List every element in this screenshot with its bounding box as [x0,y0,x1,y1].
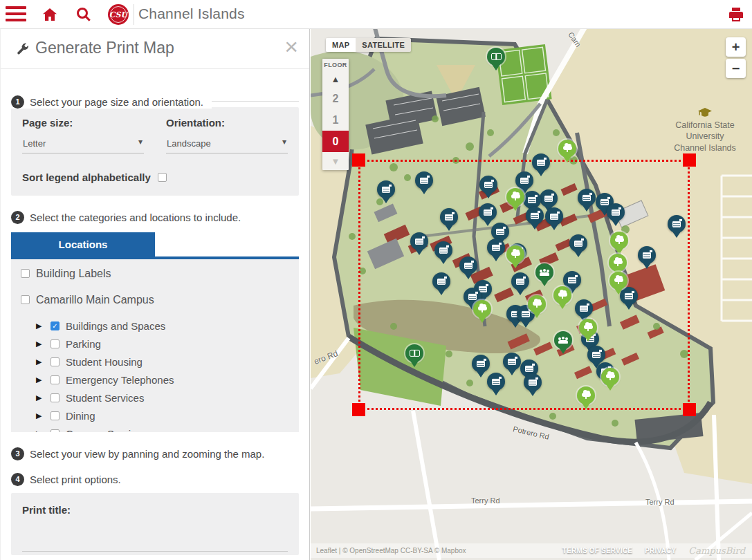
building-marker[interactable] [479,203,497,221]
csu-logo[interactable]: CSU [108,4,129,25]
close-icon[interactable]: × [284,35,298,58]
expand-arrow-icon[interactable]: ▶ [36,321,44,330]
tree-icon [614,278,623,282]
tree-marker[interactable] [579,319,597,337]
tree-marker[interactable] [558,140,576,158]
building-marker[interactable] [569,234,587,252]
expand-arrow-icon[interactable]: ▶ [36,393,44,402]
selection-handle[interactable] [352,403,365,416]
building-marker[interactable] [587,346,605,364]
building-marker[interactable] [575,299,593,317]
building-marker[interactable] [607,203,625,221]
map-canvas[interactable]: Cam ero Rd Potrero Rd Terry Rd Terry Rd … [311,29,752,560]
print-icon[interactable] [728,6,744,23]
tree-icon [615,238,624,242]
building-icon [382,186,390,192]
building-marker[interactable] [526,207,544,225]
checkbox[interactable] [51,393,59,402]
tree-marker[interactable] [610,232,628,250]
tree-marker[interactable] [609,272,627,290]
building-icon [492,378,500,384]
sports-field-marker[interactable] [487,48,505,66]
menu-icon[interactable] [6,6,26,23]
building-marker[interactable] [410,232,428,250]
tree-marker[interactable] [553,286,571,304]
building-marker[interactable] [440,208,458,226]
building-marker[interactable] [545,207,563,225]
checkbox[interactable] [51,429,59,432]
tab-map[interactable]: MAP [326,38,356,52]
building-marker[interactable] [472,355,490,373]
floor-level-2[interactable]: 2 [322,88,349,109]
building-marker[interactable] [479,176,497,194]
floor-level-0[interactable]: 0 [322,131,349,152]
step1-section: 1 Select your page size and orientation.… [11,101,299,196]
building-marker[interactable] [523,191,541,209]
tab-locations[interactable]: Locations [11,232,155,256]
tree-marker[interactable] [609,254,627,272]
tree-icon [584,325,593,329]
selection-handle[interactable] [683,403,696,416]
building-marker[interactable] [491,223,509,241]
building-marker[interactable] [415,171,433,189]
building-marker[interactable] [532,153,550,171]
page-size-select[interactable]: Letter ▾ [22,137,144,153]
building-marker[interactable] [432,272,450,290]
building-marker[interactable] [459,256,477,274]
building-marker[interactable] [487,373,505,391]
floor-up-icon[interactable]: ▲ [322,70,349,88]
building-marker[interactable] [503,353,521,371]
expand-arrow-icon[interactable]: ▶ [36,357,44,366]
building-marker[interactable] [578,189,596,207]
page-size-label: Page size: [22,117,144,129]
checkbox[interactable] [51,357,59,366]
checkbox[interactable]: ✓ [51,321,59,330]
terms-of-service-link[interactable]: TERMS OF SERVICE [562,547,632,554]
road-label: Terry Rd [471,496,500,505]
checkbox[interactable] [51,339,59,348]
building-marker[interactable] [540,189,558,207]
building-marker[interactable] [515,171,533,189]
people-marker[interactable] [554,331,572,349]
expand-arrow-icon[interactable]: ▶ [36,411,44,420]
tree-marker[interactable] [577,386,595,404]
print-title-input[interactable] [22,536,288,552]
expand-arrow-icon[interactable]: ▶ [36,375,44,384]
building-marker[interactable] [511,272,529,290]
privacy-link[interactable]: PRIVACY [645,547,676,554]
sort-legend-checkbox[interactable] [158,173,167,182]
people-marker[interactable] [535,263,553,281]
sports-field-marker[interactable] [405,344,423,362]
zoom-in-button[interactable]: + [726,37,746,57]
floor-level-1[interactable]: 1 [322,109,349,131]
building-marker[interactable] [487,239,505,256]
checkbox[interactable] [21,269,30,278]
step4-badge: 4 [11,473,24,486]
tree-marker[interactable] [506,188,524,206]
building-icon [612,209,620,215]
tree-marker[interactable] [473,300,491,318]
tab-satellite[interactable]: SATELLITE [356,38,411,52]
expand-arrow-icon[interactable]: ▶ [36,339,44,348]
tree-marker[interactable] [601,368,619,386]
tree-marker[interactable] [528,295,546,313]
orientation-select[interactable]: Landscape ▾ [166,137,288,153]
building-marker[interactable] [377,180,395,198]
building-marker[interactable] [524,373,542,391]
step1-badge: 1 [11,95,24,109]
zoom-out-button[interactable]: − [726,59,746,78]
building-marker[interactable] [638,246,656,264]
selection-handle[interactable] [683,153,696,167]
selection-handle[interactable] [352,153,365,167]
checkbox[interactable] [21,295,30,304]
building-icon [528,196,536,203]
building-marker[interactable] [434,241,452,259]
home-icon[interactable] [42,6,58,23]
floor-down-icon[interactable]: ▼ [322,152,349,170]
tree-marker[interactable] [506,245,524,263]
expand-arrow-icon[interactable]: ▶ [36,429,44,432]
building-marker[interactable] [668,215,686,233]
checkbox[interactable] [51,375,59,384]
search-icon[interactable] [75,6,92,23]
checkbox[interactable] [51,411,59,420]
